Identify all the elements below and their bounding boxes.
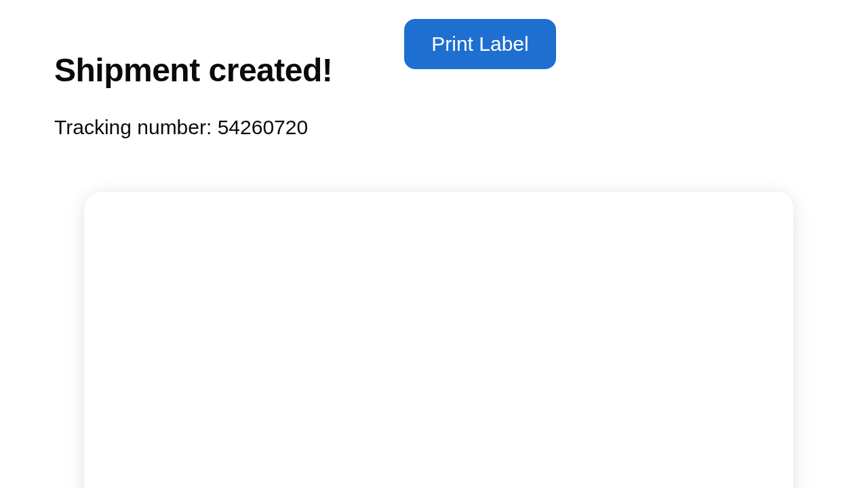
print-label-button[interactable]: Print Label [404,19,555,69]
header-row: Shipment created! Print Label [54,0,814,89]
label-preview-card [84,192,793,488]
shipment-confirmation-container: Shipment created! Print Label Tracking n… [0,0,868,488]
tracking-number-label: Tracking number: [54,116,212,138]
tracking-number-value: 54260720 [218,116,308,138]
page-title: Shipment created! [54,52,332,89]
tracking-number-row: Tracking number: 54260720 [54,116,814,139]
